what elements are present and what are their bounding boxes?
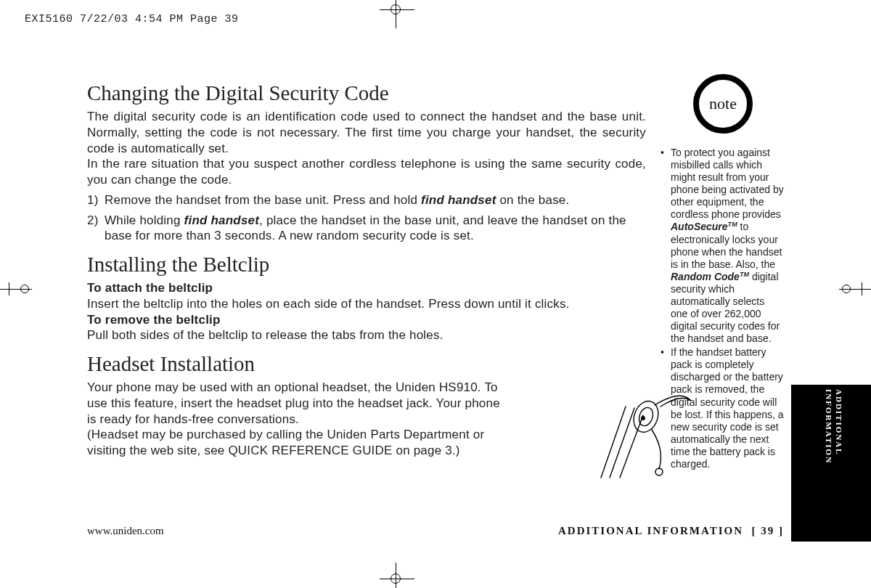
heading-security: Changing the Digital Security Code [87, 81, 646, 105]
headset-illustration [595, 385, 697, 479]
headset-text: Your phone may be used with an optional … [87, 380, 512, 459]
page-footer: www.uniden.com ADDITIONAL INFORMATION [ … [87, 525, 784, 537]
svg-point-3 [642, 417, 645, 420]
footer-section: ADDITIONAL INFORMATION [ 39 ] [558, 525, 784, 537]
note-icon: note [693, 74, 753, 134]
step2-pre: While holding [105, 213, 184, 227]
beltclip-attach-text: Insert the beltclip into the holes on ea… [87, 296, 646, 312]
registration-mark-bottom [390, 573, 401, 584]
security-intro-a: The digital security code is an identifi… [87, 109, 646, 156]
beltclip-remove-text: Pull both sides of the beltclip to relea… [87, 327, 646, 343]
step1-emph: find handset [421, 193, 496, 207]
sidebar-note-1: • To protect you against misbilled calls… [661, 147, 784, 345]
footer-url: www.uniden.com [87, 525, 164, 537]
beltclip-remove-heading: To remove the beltclip [87, 312, 646, 328]
edge-tab-label: ADDITIONAL INFORMATION [824, 389, 844, 534]
step2-emph: find handset [184, 213, 259, 227]
heading-headset: Headset Installation [87, 352, 646, 376]
section-edge-tab: ADDITIONAL INFORMATION [791, 385, 871, 542]
page-body: Changing the Digital Security Code The d… [87, 81, 784, 528]
step1-post: on the base. [496, 193, 570, 207]
step1-pre: Remove the handset from the base unit. P… [105, 193, 421, 207]
registration-mark-left [0, 289, 32, 290]
printers-mark: EXI5160 7/22/03 4:54 PM Page 39 [25, 13, 239, 25]
registration-mark-right [839, 289, 871, 290]
security-step-1: 1) Remove the handset from the base unit… [87, 192, 646, 208]
heading-beltclip: Installing the Beltclip [87, 253, 646, 277]
security-step-2: 2) While holding find handset, place the… [87, 213, 646, 245]
security-intro-b: In the rare situation that you suspect a… [87, 156, 646, 188]
registration-mark-top [390, 4, 401, 15]
beltclip-attach-heading: To attach the beltclip [87, 280, 646, 296]
